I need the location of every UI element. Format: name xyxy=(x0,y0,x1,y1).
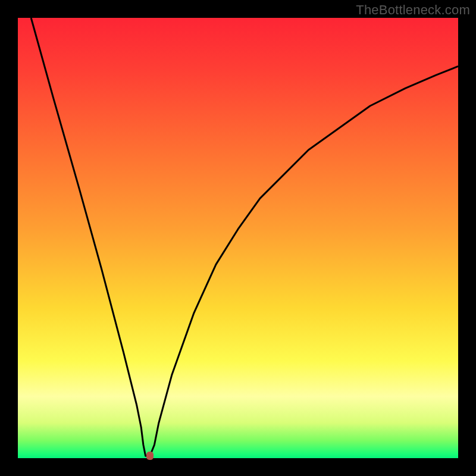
minimum-marker xyxy=(146,452,154,460)
attribution-label: TheBottleneck.com xyxy=(356,2,470,18)
plot-area xyxy=(18,18,458,458)
curve-svg xyxy=(18,18,458,458)
valley-curve xyxy=(31,18,458,456)
chart-container: TheBottleneck.com xyxy=(0,0,476,476)
